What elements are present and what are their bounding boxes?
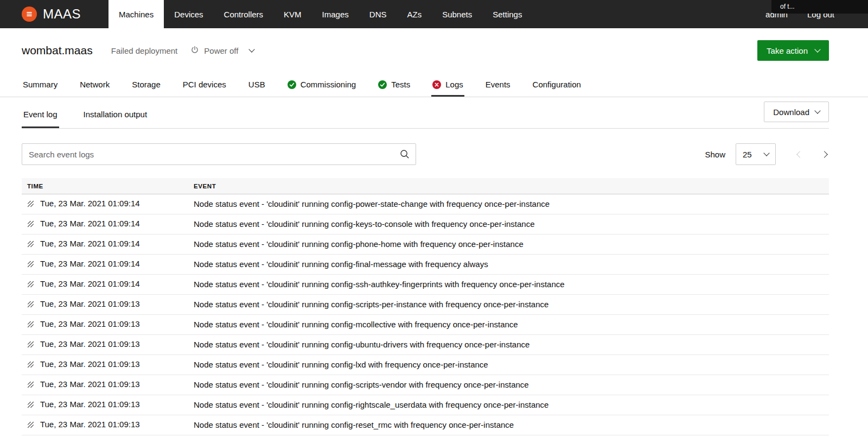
table-row: Tue, 23 Mar. 2021 01:09:13 Node status e… — [22, 355, 829, 375]
tab-label: Commissioning — [301, 80, 356, 89]
event-description: Node status event - 'cloudinit' running … — [188, 275, 829, 295]
event-description: Node status event - 'cloudinit' running … — [188, 194, 829, 214]
log-subtab-row: Event log Installation output Download — [22, 97, 829, 129]
pager — [795, 150, 829, 159]
tab-logs[interactable]: Logs — [431, 72, 464, 97]
table-row: Tue, 23 Mar. 2021 01:09:14 Node status e… — [22, 255, 829, 275]
nav-devices[interactable]: Devices — [164, 0, 213, 28]
column-header-time: TIME — [22, 178, 188, 194]
event-time: Tue, 23 Mar. 2021 01:09:13 — [40, 379, 140, 389]
chevron-right-icon — [821, 151, 828, 158]
nav-subnets[interactable]: Subnets — [432, 0, 482, 28]
nav-azs[interactable]: AZs — [397, 0, 432, 28]
event-description: Node status event - 'cloudinit' running … — [188, 335, 829, 355]
take-action-label: Take action — [767, 46, 808, 55]
event-description: Node status event - 'cloudinit' running … — [188, 395, 829, 415]
table-row: Tue, 23 Mar. 2021 01:09:14 Node status e… — [22, 235, 829, 255]
tab-label: Events — [486, 80, 510, 89]
show-label: Show — [705, 150, 725, 159]
power-menu[interactable]: Power off — [190, 46, 254, 56]
page-title: wombat.maas — [22, 44, 93, 57]
event-time: Tue, 23 Mar. 2021 01:09:14 — [40, 219, 140, 228]
tab-configuration[interactable]: Configuration — [532, 72, 582, 97]
event-time-cell: Tue, 23 Mar. 2021 01:09:13 — [22, 415, 188, 435]
table-row: Tue, 23 Mar. 2021 01:09:13 Node status e… — [22, 335, 829, 355]
event-time-cell: Tue, 23 Mar. 2021 01:09:13 — [22, 295, 188, 315]
event-time: Tue, 23 Mar. 2021 01:09:13 — [40, 339, 140, 349]
event-time: Tue, 23 Mar. 2021 01:09:14 — [40, 239, 140, 248]
tab-commissioning[interactable]: Commissioning — [286, 72, 358, 97]
tab-storage[interactable]: Storage — [131, 72, 162, 97]
prev-page-button[interactable] — [795, 150, 805, 159]
event-time-cell: Tue, 23 Mar. 2021 01:09:14 — [22, 275, 188, 295]
event-time: Tue, 23 Mar. 2021 01:09:13 — [40, 299, 140, 308]
event-time-cell: Tue, 23 Mar. 2021 01:09:13 — [22, 355, 188, 375]
tab-summary[interactable]: Summary — [22, 72, 59, 97]
next-page-button[interactable] — [820, 150, 829, 159]
chevron-down-icon — [763, 150, 769, 156]
status-text: Failed deployment — [111, 46, 178, 55]
machine-tabs: Summary Network Storage PCI devices USB … — [0, 72, 868, 97]
tab-label: Configuration — [533, 80, 581, 89]
script-icon — [27, 320, 34, 330]
tab-events[interactable]: Events — [484, 72, 512, 97]
table-row: Tue, 23 Mar. 2021 01:09:14 Node status e… — [22, 214, 829, 235]
nav-images[interactable]: Images — [312, 0, 359, 28]
tab-tests[interactable]: Tests — [377, 72, 411, 97]
event-time: Tue, 23 Mar. 2021 01:09:13 — [40, 400, 140, 409]
chevron-down-icon — [249, 46, 255, 52]
paging-controls: Show 25 — [705, 143, 829, 165]
machine-header: wombat.maas Failed deployment Power off … — [0, 28, 868, 72]
event-time: Tue, 23 Mar. 2021 01:09:14 — [40, 279, 140, 288]
chevron-down-icon — [814, 107, 820, 113]
top-navigation: MAAS Machines Devices Controllers KVM Im… — [0, 0, 868, 28]
take-action-button[interactable]: Take action — [757, 40, 829, 61]
tab-label: Tests — [391, 80, 410, 89]
brand-name: MAAS — [43, 7, 81, 22]
tab-pci-devices[interactable]: PCI devices — [182, 72, 227, 97]
nav-controllers[interactable]: Controllers — [214, 0, 274, 28]
nav-settings[interactable]: Settings — [482, 0, 532, 28]
script-icon — [27, 220, 34, 229]
event-description: Node status event - 'cloudinit' running … — [188, 235, 829, 255]
event-time-cell: Tue, 23 Mar. 2021 01:09:14 — [22, 214, 188, 235]
event-description: Node status event - 'cloudinit' running … — [188, 214, 829, 235]
nav-machines[interactable]: Machines — [108, 0, 164, 28]
subtab-event-log[interactable]: Event log — [22, 97, 59, 128]
subtab-installation-output[interactable]: Installation output — [82, 97, 149, 128]
success-icon — [378, 80, 387, 89]
search-icon[interactable] — [400, 149, 410, 161]
nav-dns[interactable]: DNS — [359, 0, 397, 28]
event-time: Tue, 23 Mar. 2021 01:09:13 — [40, 319, 140, 328]
search-input[interactable] — [22, 143, 416, 165]
event-time-cell: Tue, 23 Mar. 2021 01:09:14 — [22, 194, 188, 214]
event-description: Node status event - 'cloudinit' running … — [188, 375, 829, 395]
nav-kvm[interactable]: KVM — [273, 0, 312, 28]
event-table-header: TIME EVENT — [22, 178, 829, 194]
success-icon — [288, 80, 296, 89]
table-row: Tue, 23 Mar. 2021 01:09:13 Node status e… — [22, 375, 829, 395]
script-icon — [27, 280, 34, 289]
event-log-table: TIME EVENT Tue, 23 Mar. 2021 01:09:14 N — [22, 178, 829, 435]
table-row: Tue, 23 Mar. 2021 01:09:13 Node status e… — [22, 295, 829, 315]
tab-network[interactable]: Network — [79, 72, 111, 97]
power-icon — [190, 46, 199, 56]
download-label: Download — [773, 107, 809, 117]
event-time: Tue, 23 Mar. 2021 01:09:13 — [40, 420, 140, 429]
primary-nav: Machines Devices Controllers KVM Images … — [108, 0, 532, 28]
event-description: Node status event - 'cloudinit' running … — [188, 315, 829, 335]
chevron-left-icon — [796, 151, 803, 158]
event-time-cell: Tue, 23 Mar. 2021 01:09:14 — [22, 235, 188, 255]
tooltip: of t... — [771, 0, 868, 14]
page-size-value: 25 — [743, 150, 752, 159]
tab-label: Logs — [445, 80, 463, 89]
maas-logo[interactable]: MAAS — [0, 0, 108, 28]
chevron-down-icon — [814, 46, 820, 52]
maas-logo-icon — [22, 7, 37, 22]
event-time-cell: Tue, 23 Mar. 2021 01:09:13 — [22, 335, 188, 355]
tab-usb[interactable]: USB — [247, 72, 266, 97]
event-description: Node status event - 'cloudinit' running … — [188, 355, 829, 375]
download-button[interactable]: Download — [764, 102, 829, 122]
script-icon — [27, 421, 34, 430]
page-size-select[interactable]: 25 — [736, 143, 776, 165]
